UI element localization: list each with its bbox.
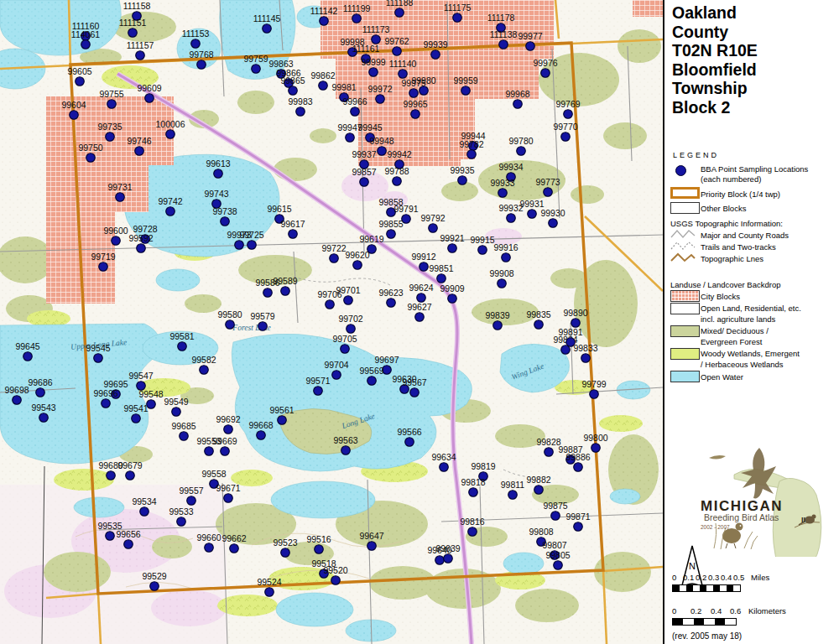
- sampling-point: [526, 42, 535, 51]
- sampling-point-label: 99702: [338, 314, 362, 324]
- sampling-point-label: 99755: [99, 89, 123, 99]
- sampling-point-label: 99592: [128, 233, 153, 243]
- sampling-point: [564, 110, 573, 119]
- sampling-point: [498, 189, 508, 198]
- sampling-point-label: 99605: [67, 66, 91, 76]
- miles-tick: 0.1: [683, 573, 694, 582]
- sampling-point-label: 99725: [239, 230, 263, 240]
- sampling-point-label: 99615: [267, 204, 291, 214]
- sampling-point: [106, 132, 115, 142]
- sampling-point-label: 111199: [343, 3, 371, 13]
- sampling-point: [106, 532, 115, 541]
- revision-note: (rev. 2005 may 18): [672, 631, 742, 641]
- logo-numeral: II: [801, 516, 805, 524]
- sampling-point: [107, 100, 117, 109]
- sampling-point-label: 99600: [103, 226, 128, 236]
- sampling-point-label: 99808: [529, 527, 553, 537]
- sampling-point-label: 99545: [86, 343, 110, 353]
- sampling-point: [116, 193, 125, 202]
- sampling-point: [551, 512, 560, 521]
- sampling-point-label: 99939: [423, 39, 447, 49]
- sampling-point-label: 111151: [119, 18, 147, 28]
- sampling-point: [498, 279, 507, 288]
- sampling-point-label: 99948: [369, 136, 393, 146]
- sampling-point: [187, 496, 196, 506]
- sampling-point-label: 99811: [501, 480, 525, 490]
- sampling-point-label: 111161: [352, 44, 380, 54]
- sampling-point-label: 99915: [470, 235, 494, 245]
- sampling-point: [458, 176, 467, 185]
- sampling-point: [393, 47, 402, 56]
- logo-subtitle: Breeding Bird Atlas: [704, 512, 779, 522]
- sampling-point: [499, 40, 508, 49]
- sampling-point: [248, 241, 257, 250]
- sampling-point: [140, 507, 149, 517]
- sampling-point: [387, 230, 396, 239]
- open-water-legend-icon: [670, 371, 700, 382]
- other-blocks-legend-icon: [670, 202, 700, 214]
- sampling-point: [502, 253, 511, 262]
- legend-other-label: Other Blocks: [701, 204, 746, 213]
- sampling-point-label: 99738: [212, 206, 237, 216]
- sampling-point: [166, 207, 175, 216]
- sampling-point: [341, 446, 351, 455]
- legend-wetland-label2: / Herbaceous Wetlands: [701, 360, 784, 369]
- sampling-point: [331, 576, 341, 585]
- sampling-point: [590, 390, 599, 399]
- sampling-point-label: 99966: [342, 96, 367, 106]
- sampling-point: [39, 413, 49, 423]
- sampling-point: [224, 494, 233, 503]
- michigan-bba-logo: MICHIGAN Breeding Bird Atlas 2002 - 2007…: [685, 439, 832, 557]
- sampling-point-label: 99980: [411, 75, 435, 86]
- sampling-point-label: 111173: [362, 24, 390, 34]
- sampling-point: [351, 107, 360, 117]
- sampling-point: [369, 68, 378, 77]
- feather-icon: [709, 455, 726, 460]
- sampling-point: [534, 486, 544, 495]
- sampling-point-label: 99805: [545, 550, 570, 560]
- sampling-point: [257, 431, 266, 440]
- sampling-point: [235, 241, 244, 250]
- legend-roads-label: Major and County Roads: [701, 231, 789, 240]
- sampling-point-label: 99656: [116, 529, 140, 539]
- sampling-point: [528, 210, 537, 219]
- sampling-point-label: 99770: [553, 122, 577, 132]
- km-tick: 0: [672, 606, 676, 615]
- sampling-point: [23, 352, 33, 361]
- north-label: N: [689, 561, 696, 571]
- sampling-point: [417, 293, 426, 303]
- sampling-point-label: 99912: [411, 252, 435, 262]
- sampling-point-label: 99524: [257, 577, 281, 587]
- sampling-point: [367, 377, 377, 386]
- sampling-point-label: 99742: [158, 196, 182, 206]
- sampling-point: [508, 491, 518, 500]
- sampling-point: [409, 89, 419, 98]
- sampling-point: [574, 522, 583, 532]
- sampling-point-label: 99934: [498, 162, 523, 172]
- sampling-point: [468, 527, 477, 537]
- sampling-point: [76, 77, 85, 86]
- sampling-point-label: 99567: [402, 377, 426, 387]
- sampling-point-label: 99571: [305, 376, 330, 386]
- miles-tick: 0.4: [721, 573, 732, 582]
- sampling-point: [352, 14, 362, 23]
- sampling-point-label: 99543: [31, 402, 55, 413]
- sampling-point-label: 99768: [189, 49, 213, 60]
- sampling-point-label: 99937: [352, 149, 376, 159]
- legend-priority-label: Priority Block (1/4 twp): [701, 190, 780, 199]
- sampling-point-label: 99791: [393, 204, 418, 214]
- legend-heading: LEGEND: [673, 151, 719, 159]
- legend-bba-label: BBA Point Sampling Locations: [701, 164, 808, 174]
- sampling-point-label: 99773: [535, 177, 560, 187]
- sampling-point-label: 99547: [128, 371, 153, 381]
- sampling-point: [544, 188, 553, 197]
- sampling-point-label: 99533: [169, 506, 193, 517]
- sampling-point-label: 99705: [332, 334, 357, 344]
- sampling-point: [405, 438, 414, 447]
- sampling-point-label: 111175: [444, 3, 472, 13]
- sampling-point-label: 114061: [71, 29, 100, 39]
- sampling-point-label: 99921: [440, 233, 464, 243]
- sampling-point-label: 99828: [536, 437, 560, 447]
- title-line: T02N R10E: [672, 41, 758, 60]
- sampling-point: [330, 254, 339, 263]
